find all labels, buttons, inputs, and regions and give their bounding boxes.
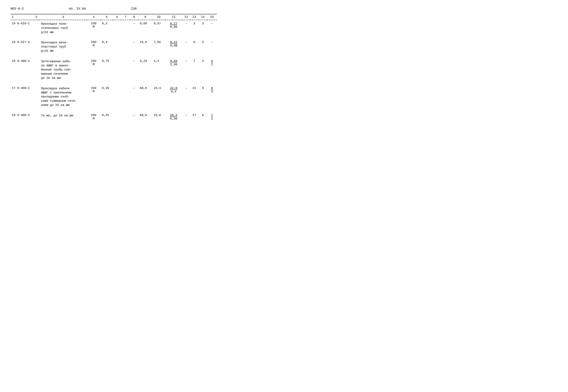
col-header-14: I4 (199, 14, 207, 20)
col-header-9: 9 (138, 14, 152, 20)
table-row: I8 8-400-2 То же, до I6 кв.мм IOOМ 0,25 … (11, 112, 217, 122)
spacer-row (11, 82, 217, 85)
row4-col11: 22,8 8,4 (165, 85, 182, 109)
row5-col6 (113, 112, 121, 122)
col-header-2: 2 (34, 14, 40, 20)
table-row: I6 8-409-3 Затягивание кабе-ля АВВГ в пр… (11, 58, 217, 82)
row2-col7 (121, 39, 130, 55)
row4-col4: IOOМ (87, 85, 101, 109)
row5-col5: 0,25 (101, 112, 113, 122)
header-left: 9OI-8-2 (11, 7, 24, 11)
row5-col10: 25,0 (152, 112, 165, 122)
row4-col8: – (130, 85, 138, 109)
row5-col12: – (182, 112, 190, 122)
row3-col4: IOOМ (87, 58, 101, 82)
header-center-right: I36 (131, 7, 137, 11)
row3-col10: 4,I (152, 58, 165, 82)
row3-col9: 9,29 (138, 58, 152, 82)
row2-col13: 6 (190, 39, 199, 55)
col-header-13: I3 (190, 14, 199, 20)
col-header-1: I (11, 14, 34, 20)
table-row: I4 8-4I8-I Прокладка поли-этиленовых тру… (11, 20, 217, 36)
row3-col8: – (130, 58, 138, 82)
row3-col3: Затягивание кабе-ля АВВГ в прило-женные … (40, 58, 87, 82)
row3-col12: – (182, 58, 190, 82)
row3-col11: 4,84 I,46 (165, 58, 182, 82)
row3-col1: I6 8-409-3 (11, 58, 34, 82)
row4-col10: 23,4 (152, 85, 165, 109)
row5-col11: 28,2 8,88 (165, 112, 182, 122)
col-header-8: 8 (130, 14, 138, 20)
row4-col7 (121, 85, 130, 109)
spacer-row (11, 36, 217, 39)
row2-col10: 7,65 (152, 39, 165, 55)
row2-col6 (113, 39, 121, 55)
row4-col14: 8 (199, 85, 207, 109)
row4-col6 (113, 85, 121, 109)
row3-col13: 7 (190, 58, 199, 82)
row5-col15: 7 2 (207, 112, 217, 122)
row1-col11: 0,I7 0,08 (165, 20, 182, 36)
row3-col15: 4 I (207, 58, 217, 82)
row2-col1: I5 8-4I7-5 (11, 39, 34, 55)
col-header-6: 6 (113, 14, 121, 20)
col-header-5: 5 (101, 14, 113, 20)
main-table: I 2 3 4 5 6 7 8 9 IO II I2 I3 I4 I5 I4 8… (11, 14, 217, 122)
col-header-3: 3 (40, 14, 87, 20)
col-header-15: I5 (207, 14, 217, 20)
header-center-left: Ал. IУ.84 (69, 7, 86, 11)
row2-col15: – (207, 39, 217, 55)
row2-col8: – (130, 39, 138, 55)
row1-col10: 8,57 (152, 20, 165, 36)
row1-col6 (113, 20, 121, 36)
row5-col1: I8 8-400-2 (11, 112, 34, 122)
row2-col9: I5,9 (138, 39, 152, 55)
row1-col1: I4 8-4I8-I (11, 20, 34, 36)
row5-col14: 6 (199, 112, 207, 122)
row2-col2 (34, 39, 40, 55)
row5-col9: 68,0 (138, 112, 152, 122)
row4-col3: Прокладка кабеляАВВГ с креплениемнакладн… (40, 85, 87, 109)
row3-col14: 3 (199, 58, 207, 82)
row2-col4: IOOМ (87, 39, 101, 55)
row3-col7 (121, 58, 130, 82)
col-header-12: I2 (182, 14, 190, 20)
table-row: I5 8-4I7-5 Прокладка вини-пластовых труб… (11, 39, 217, 55)
column-header-row: I 2 3 4 5 6 7 8 9 IO II I2 I3 I4 I5 (11, 14, 217, 20)
row5-col2 (34, 112, 40, 122)
row4-col2 (34, 85, 40, 109)
row4-col1: I7 8-400-I (11, 85, 34, 109)
row4-col9: 60,8 (138, 85, 152, 109)
row4-col5: 0,35 (101, 85, 113, 109)
row1-col14: 3 (199, 20, 207, 36)
row1-col12: – (182, 20, 190, 36)
row3-col6 (113, 58, 121, 82)
page-header: 9OI-8-2 Ал. IУ.84 I36 (11, 7, 217, 11)
row1-col2 (34, 20, 40, 36)
row3-col2 (34, 58, 40, 82)
row1-col4: IOOМ (87, 20, 101, 36)
row2-col3: Прокладка вини-пластовых трубд=32 мм (40, 39, 87, 55)
row1-col8: – (130, 20, 138, 36)
row5-col7 (121, 112, 130, 122)
row1-col7 (121, 20, 130, 36)
row1-col15: – (207, 20, 217, 36)
row2-col5: 0,4 (101, 39, 113, 55)
row2-col11: 0,22 0,08 (165, 39, 182, 55)
row4-col15: 8 3 (207, 85, 217, 109)
col-header-4: 4 (87, 14, 101, 20)
row1-col9: 9,89 (138, 20, 152, 36)
row5-col8: – (130, 112, 138, 122)
table-row: I7 8-400-I Прокладка кабеляАВВГ с крепле… (11, 85, 217, 109)
row3-col5: 0,75 (101, 58, 113, 82)
col-header-10: IO (152, 14, 165, 20)
row4-col12: – (182, 85, 190, 109)
row5-col13: I7 (190, 112, 199, 122)
col-header-11: II (165, 14, 182, 20)
row2-col14: 3 (199, 39, 207, 55)
spacer-row (11, 55, 217, 58)
row5-col4: IOOМ (87, 112, 101, 122)
row4-col13: 2I (190, 85, 199, 109)
col-header-7: 7 (121, 14, 130, 20)
row5-col3: То же, до I6 кв.мм (40, 112, 87, 122)
